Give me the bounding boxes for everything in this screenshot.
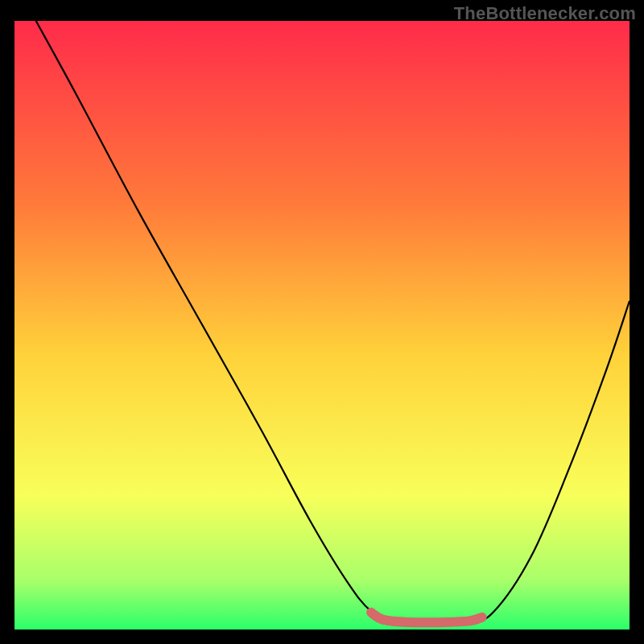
bottleneck-chart xyxy=(14,21,630,630)
chart-frame xyxy=(14,21,630,630)
gradient-background xyxy=(14,21,630,630)
